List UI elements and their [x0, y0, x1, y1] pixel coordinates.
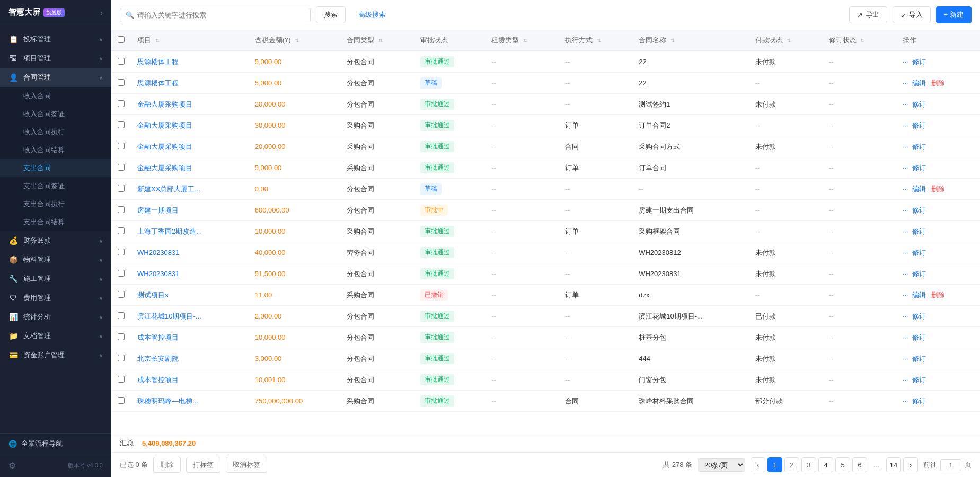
col-pay-status[interactable]: 付款状态 ⇅	[749, 30, 823, 51]
sidebar-item-income-exec[interactable]: 收入合同执行	[0, 123, 111, 141]
more-icon[interactable]: ···	[903, 79, 908, 87]
delete-action[interactable]: 删除	[931, 291, 945, 299]
delete-action[interactable]: 删除	[931, 185, 945, 193]
sidebar-item-expense-sign[interactable]: 支出合同签证	[0, 177, 111, 195]
sidebar-item-funds[interactable]: 💳 资金账户管理 ∨	[0, 346, 111, 365]
more-icon[interactable]: ···	[903, 312, 908, 320]
more-icon[interactable]: ···	[903, 164, 908, 172]
delete-action[interactable]: 删除	[931, 79, 945, 87]
new-button[interactable]: + 新建	[936, 6, 972, 23]
more-icon[interactable]: ···	[903, 121, 908, 129]
sidebar-item-income-settle[interactable]: 收入合同结算	[0, 141, 111, 159]
revise-action[interactable]: 修订	[912, 227, 926, 235]
row-checkbox-5[interactable]	[118, 164, 125, 171]
export-button[interactable]: ↗ 导出	[849, 6, 887, 23]
import-button[interactable]: ↙ 导入	[893, 6, 931, 23]
page-jump-input[interactable]	[940, 459, 961, 471]
row-checkbox-16[interactable]	[118, 397, 125, 404]
more-icon[interactable]: ···	[903, 100, 908, 108]
page-14-button[interactable]: 14	[886, 457, 901, 472]
sidebar-item-stats[interactable]: 📊 统计分析 ∨	[0, 307, 111, 326]
sidebar-item-expense-exec[interactable]: 支出合同执行	[0, 195, 111, 213]
row-checkbox-8[interactable]	[118, 227, 125, 234]
next-page-button[interactable]: ›	[903, 457, 918, 472]
row-checkbox-6[interactable]	[118, 185, 125, 192]
page-2-button[interactable]: 2	[784, 457, 799, 472]
row-checkbox-12[interactable]	[118, 312, 125, 319]
more-icon[interactable]: ···	[903, 227, 908, 235]
advanced-search-button[interactable]: 高级搜索	[351, 7, 393, 23]
sidebar-item-docs[interactable]: 📁 文档管理 ∨	[0, 326, 111, 346]
search-button[interactable]: 搜索	[316, 6, 346, 23]
page-4-button[interactable]: 4	[818, 457, 833, 472]
settings-icon[interactable]: ⚙	[8, 461, 16, 471]
sidebar-item-income-sign[interactable]: 收入合同签证	[0, 105, 111, 123]
more-icon[interactable]: ···	[903, 206, 908, 214]
sidebar-item-material[interactable]: 📦 物料管理 ∨	[0, 250, 111, 269]
sidebar-item-contract[interactable]: 👤 合同管理 ∧	[0, 68, 111, 87]
col-amend-status[interactable]: 修订状态 ⇅	[823, 30, 896, 51]
revise-action[interactable]: 修订	[912, 100, 926, 108]
global-nav-item[interactable]: 🌐 全景流程导航	[0, 433, 111, 454]
sidebar-item-cost[interactable]: 🛡 费用管理 ∨	[0, 288, 111, 307]
more-icon[interactable]: ···	[903, 185, 908, 193]
row-checkbox-2[interactable]	[118, 100, 125, 107]
col-amount[interactable]: 含税金额(¥) ⇅	[249, 30, 341, 51]
sidebar-item-finance[interactable]: 💰 财务账款 ∨	[0, 231, 111, 250]
col-project[interactable]: 项目 ⇅	[131, 30, 249, 51]
revise-action[interactable]: 修订	[912, 206, 926, 214]
row-checkbox-4[interactable]	[118, 143, 125, 149]
page-5-button[interactable]: 5	[835, 457, 850, 472]
more-icon[interactable]: ···	[903, 291, 908, 299]
sidebar-item-income-contract[interactable]: 收入合同	[0, 87, 111, 105]
row-checkbox-7[interactable]	[118, 206, 125, 213]
revise-action[interactable]: 修订	[912, 249, 926, 257]
edit-action[interactable]: 编辑	[912, 79, 926, 87]
sidebar-item-expense-contract[interactable]: 支出合同	[0, 159, 111, 177]
page-1-button[interactable]: 1	[767, 457, 782, 472]
sidebar-item-expense-settle[interactable]: 支出合同结算	[0, 213, 111, 231]
untag-button[interactable]: 取消标签	[226, 457, 267, 473]
revise-action[interactable]: 修订	[912, 164, 926, 172]
edit-action[interactable]: 编辑	[912, 185, 926, 193]
row-checkbox-3[interactable]	[118, 121, 125, 128]
more-icon[interactable]: ···	[903, 58, 908, 66]
more-icon[interactable]: ···	[903, 270, 908, 278]
revise-action[interactable]: 修订	[912, 270, 926, 278]
more-icon[interactable]: ···	[903, 333, 908, 341]
tag-button[interactable]: 打标签	[186, 457, 220, 473]
more-icon[interactable]: ···	[903, 376, 908, 384]
delete-button[interactable]: 删除	[153, 457, 181, 473]
edit-action[interactable]: 编辑	[912, 291, 926, 299]
revise-action[interactable]: 修订	[912, 397, 926, 405]
col-type[interactable]: 合同类型 ⇅	[340, 30, 414, 51]
revise-action[interactable]: 修订	[912, 376, 926, 384]
row-checkbox-0[interactable]	[118, 58, 125, 65]
row-checkbox-13[interactable]	[118, 333, 125, 340]
col-exec-method[interactable]: 执行方式 ⇅	[559, 30, 632, 51]
row-checkbox-14[interactable]	[118, 355, 125, 361]
revise-action[interactable]: 修订	[912, 143, 926, 151]
revise-action[interactable]: 修订	[912, 333, 926, 341]
select-all-checkbox[interactable]	[118, 36, 125, 43]
prev-page-button[interactable]: ‹	[751, 457, 765, 472]
more-icon[interactable]: ···	[903, 397, 908, 405]
revise-action[interactable]: 修订	[912, 312, 926, 320]
page-6-button[interactable]: 6	[852, 457, 867, 472]
sidebar-item-project[interactable]: 🏗 项目管理 ∨	[0, 49, 111, 68]
col-approval[interactable]: 审批状态	[414, 30, 485, 51]
revise-action[interactable]: 修订	[912, 58, 926, 66]
col-contract-name[interactable]: 合同名称 ⇅	[632, 30, 749, 51]
col-rent-type[interactable]: 租赁类型 ⇅	[485, 30, 559, 51]
sidebar-toggle-icon[interactable]: ›	[100, 8, 103, 17]
revise-action[interactable]: 修订	[912, 355, 926, 363]
row-checkbox-1[interactable]	[118, 79, 125, 86]
revise-action[interactable]: 修订	[912, 121, 926, 129]
more-icon[interactable]: ···	[903, 143, 908, 151]
row-checkbox-10[interactable]	[118, 270, 125, 277]
row-checkbox-9[interactable]	[118, 249, 125, 255]
search-input[interactable]	[137, 11, 305, 19]
sidebar-item-construction[interactable]: 🔧 施工管理 ∨	[0, 269, 111, 288]
row-checkbox-15[interactable]	[118, 376, 125, 383]
sidebar-item-bid[interactable]: 📋 投标管理 ∨	[0, 30, 111, 49]
